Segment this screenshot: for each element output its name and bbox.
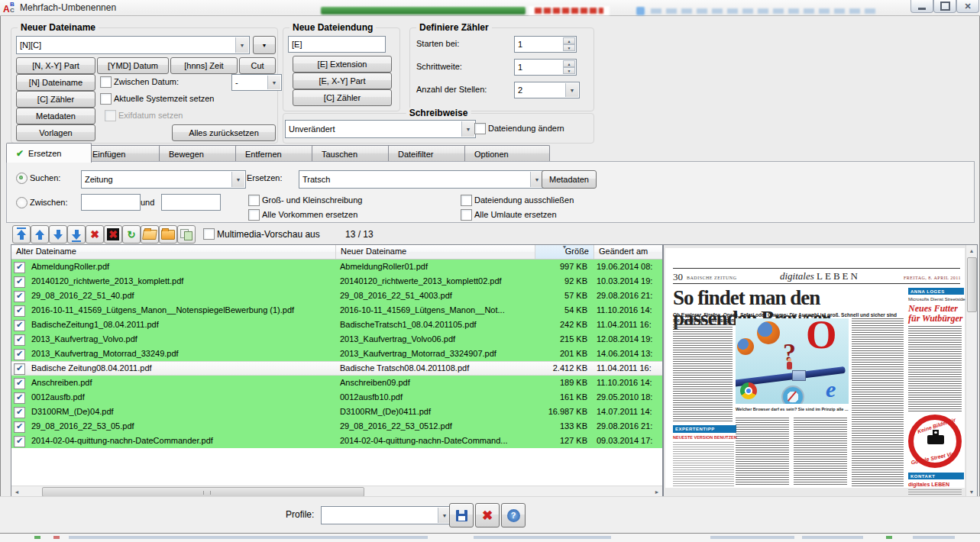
vorlagen-button[interactable]: Vorlagen xyxy=(16,124,95,141)
spin-down-icon[interactable]: ▼ xyxy=(563,44,575,51)
row-checkbox[interactable] xyxy=(14,334,25,346)
zwischen-von-input[interactable] xyxy=(81,194,141,211)
move-top-button[interactable] xyxy=(12,225,31,244)
schreibweise-combobox[interactable]: Unverändert▼ xyxy=(285,120,476,138)
suchen-radio[interactable] xyxy=(16,173,27,184)
chevron-down-icon[interactable]: ▼ xyxy=(267,76,280,89)
dateiname-button[interactable]: [N] Dateiname xyxy=(16,74,95,91)
column-header-alter-dateiname[interactable]: Alter Dateiname xyxy=(11,245,336,259)
table-row[interactable]: 29_08_2016_22_51_40.pdf 29_08_2016_22_51… xyxy=(11,289,662,303)
chevron-down-icon[interactable]: ▼ xyxy=(461,121,474,137)
close-button[interactable]: ✕ xyxy=(956,0,979,13)
ersetzen-combobox[interactable]: Tratsch▼ xyxy=(299,170,545,189)
filename-pattern-combobox[interactable]: [N][C]▼ xyxy=(16,36,250,54)
add-folder-button[interactable] xyxy=(159,225,177,244)
dateiendung-ausschliessen-checkbox[interactable] xyxy=(461,195,472,206)
pattern-menu-button[interactable]: ▼ xyxy=(253,36,276,54)
row-checkbox[interactable] xyxy=(14,436,25,447)
column-header-neuer-dateiname[interactable]: Neuer Dateiname xyxy=(336,245,535,259)
scroll-right-icon[interactable]: ► xyxy=(652,486,662,497)
row-checkbox[interactable] xyxy=(14,291,25,302)
table-row[interactable]: 0012ausfb.pdf 0012ausfb10.pdf 161 KB 29.… xyxy=(11,390,662,405)
tab-optionen[interactable]: Optionen xyxy=(464,145,550,162)
move-bottom-button[interactable] xyxy=(67,225,86,244)
start-value-spinner[interactable]: 1▲▼ xyxy=(514,36,577,53)
table-horizontal-scrollbar[interactable]: ◄ ► xyxy=(11,486,662,497)
dateiendung-aendern-checkbox[interactable] xyxy=(474,123,486,134)
help-button[interactable]: ? xyxy=(501,503,526,527)
delete-profile-button[interactable]: ✖ xyxy=(475,503,500,527)
spin-up-icon[interactable]: ▲ xyxy=(563,37,575,44)
tab-ersetzen[interactable]: ✔Ersetzen xyxy=(6,143,92,163)
row-checkbox[interactable] xyxy=(14,421,25,433)
scroll-down-icon[interactable]: ▼ xyxy=(966,486,977,497)
table-row[interactable]: 20140120_richtwerte_2013_komplett.pdf 20… xyxy=(11,274,662,289)
row-checkbox[interactable] xyxy=(14,407,25,418)
extension-pattern-input[interactable]: [E] xyxy=(288,36,386,53)
systemzeit-checkbox[interactable] xyxy=(100,93,112,105)
minimize-button[interactable] xyxy=(910,0,933,13)
zwischen-radio[interactable] xyxy=(16,197,27,208)
table-row[interactable]: 29_08_2016_22_53_05.pdf 29_08_2016_22_53… xyxy=(11,419,662,434)
copy-button[interactable] xyxy=(177,225,196,244)
table-row[interactable]: 2013_Kaufvertrag_Motorrad_33249.pdf 2013… xyxy=(11,347,662,361)
part-button[interactable]: [N, X-Y] Part xyxy=(16,57,95,74)
zeit-button[interactable]: [hnns] Zeit xyxy=(170,57,238,74)
remove-button[interactable]: ✖ xyxy=(86,225,104,244)
row-checkbox[interactable] xyxy=(14,378,25,389)
alles-zuruecksetzen-button[interactable]: Alles zurücksetzen xyxy=(172,124,276,141)
row-checkbox[interactable] xyxy=(14,320,25,331)
spinner-arrows[interactable]: ▲▼ xyxy=(563,37,575,51)
table-row[interactable]: AbmeldungRoller.pdf AbmeldungRoller01.pd… xyxy=(11,260,662,274)
row-checkbox[interactable] xyxy=(14,262,25,273)
scrollbar-thumb[interactable] xyxy=(967,257,977,312)
row-checkbox[interactable] xyxy=(14,305,25,317)
scroll-left-icon[interactable]: ◄ xyxy=(11,486,22,497)
table-row[interactable]: 2016-10-11_41569_Lütgens_Manon__Notenspi… xyxy=(11,303,662,318)
tab-tauschen[interactable]: Tauschen xyxy=(312,145,397,162)
datum-button[interactable]: [YMD] Datum xyxy=(97,57,169,74)
move-up-button[interactable] xyxy=(31,225,49,244)
refresh-button[interactable]: ↻ xyxy=(122,225,141,244)
chevron-down-icon[interactable]: ▼ xyxy=(235,37,248,53)
row-checkbox[interactable] xyxy=(14,363,25,375)
column-header-groesse[interactable]: ▼Größe xyxy=(535,245,594,259)
zwischen-datum-checkbox[interactable] xyxy=(100,76,112,88)
chevron-down-icon[interactable]: ▼ xyxy=(231,172,244,187)
tab-entfernen[interactable]: Entfernen xyxy=(235,145,321,162)
table-row[interactable]: Anschreiben.pdf Anschreiben09.pdf 189 KB… xyxy=(11,376,662,390)
table-row[interactable]: D3100RM_(De)04.pdf D3100RM_(De)0411.pdf … xyxy=(11,405,662,419)
remove-all-button[interactable]: ✖ xyxy=(104,225,122,244)
scroll-up-icon[interactable]: ▲ xyxy=(966,245,977,256)
metadaten-button[interactable]: Metadaten xyxy=(16,108,95,124)
spin-down-icon[interactable]: ▼ xyxy=(563,67,575,74)
chevron-down-icon[interactable]: ▼ xyxy=(565,83,578,97)
tab-einfuegen[interactable]: Einfügen xyxy=(82,145,168,162)
gross-klein-checkbox[interactable] xyxy=(248,195,260,206)
table-row[interactable]: BadischeZeitung1_08.04.2011.pdf Badische… xyxy=(11,318,662,332)
extension-part-button[interactable]: [E, X-Y] Part xyxy=(293,73,392,89)
profile-combobox[interactable]: ▼ xyxy=(321,506,452,524)
digits-combobox[interactable]: 2▼ xyxy=(514,82,580,98)
spinner-arrows[interactable]: ▲▼ xyxy=(563,60,575,74)
alle-vorkommen-checkbox[interactable] xyxy=(248,209,260,221)
extension-button[interactable]: [E] Extension xyxy=(293,56,392,73)
suchen-combobox[interactable]: Zeitung▼ xyxy=(81,170,246,189)
row-checkbox[interactable] xyxy=(14,392,25,404)
open-folder-button[interactable] xyxy=(141,225,159,244)
date-separator-combobox[interactable]: -▼ xyxy=(231,74,282,91)
multimedia-vorschau-checkbox[interactable] xyxy=(203,228,215,240)
zaehler-button[interactable]: [C] Zähler xyxy=(16,91,95,108)
metadaten-replace-button[interactable]: Metadaten xyxy=(542,170,597,189)
preview-vertical-scrollbar[interactable]: ▲ ▼ xyxy=(965,245,977,497)
zwischen-bis-input[interactable] xyxy=(161,194,221,211)
extension-zaehler-button[interactable]: [C] Zähler xyxy=(293,89,392,106)
save-profile-button[interactable] xyxy=(449,503,474,527)
column-header-geaendert-am[interactable]: Geändert am xyxy=(594,245,662,259)
tab-bewegen[interactable]: Bewegen xyxy=(159,145,244,162)
table-row[interactable]: 2013_Kaufvertrag_Volvo.pdf 2013_Kaufvert… xyxy=(11,332,662,347)
row-checkbox[interactable] xyxy=(14,349,25,360)
table-row[interactable]: 2014-02-04-quittung-nachn-DateCommander.… xyxy=(11,434,662,448)
alle-umlaute-checkbox[interactable] xyxy=(461,209,472,221)
tab-dateifilter[interactable]: Dateifilter xyxy=(388,145,474,162)
